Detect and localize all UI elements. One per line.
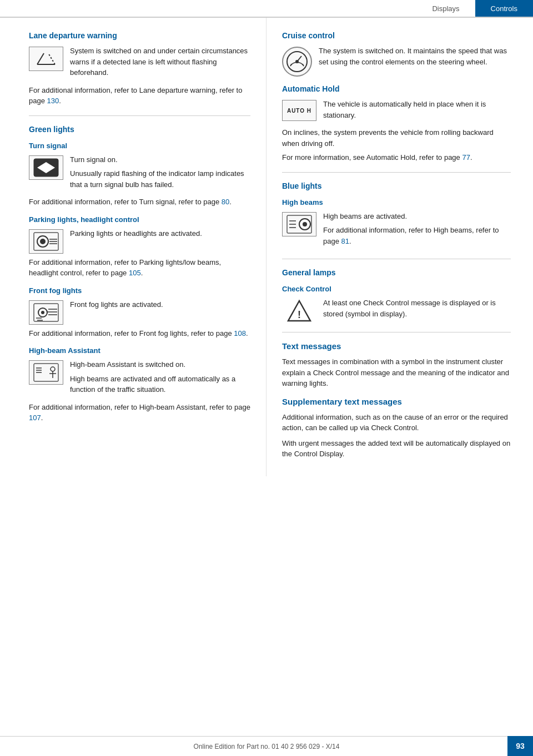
parking-lights-row: Parking lights or headlights are activat…	[29, 228, 250, 254]
high-beams-line1: High beams are activated.	[323, 211, 511, 222]
cruise-control-row: The system is switched on. It maintains …	[282, 46, 511, 77]
parking-lights-ref: For additional information, refer to Par…	[29, 257, 250, 279]
high-beam-assistant-row: High-beam Assistant is switched on. High…	[29, 359, 250, 399]
high-beam-assistant-link[interactable]: 107	[29, 414, 41, 422]
turn-signal-line2: Unusually rapid flashing of the indicato…	[70, 168, 250, 190]
text-messages-desc: Text messages in combination with a symb…	[282, 356, 511, 389]
high-beams-title: High beams	[282, 198, 511, 206]
front-fog-ref: For additional information, refer to Fro…	[29, 328, 250, 339]
high-beam-assistant-line2: High beams are activated and off automat…	[70, 374, 250, 395]
high-beams-icon	[282, 212, 316, 236]
svg-line-30	[290, 64, 291, 66]
check-control-icon: !	[282, 299, 316, 323]
supplementary-title: Supplementary text messages	[282, 397, 511, 406]
svg-point-37	[303, 222, 307, 226]
text-messages-title: Text messages	[282, 341, 511, 351]
check-control-row: ! At least one Check Control message is …	[282, 298, 511, 323]
right-column: Cruise control The system is s	[266, 18, 533, 476]
text-messages-section: Text messages Text messages in combinati…	[282, 341, 511, 389]
svg-point-8	[40, 239, 46, 244]
turn-signal-title: Turn signal	[29, 142, 250, 150]
high-beam-assistant-section: High-beam Assistant	[29, 346, 250, 424]
lane-departure-row: System is switched on and under certain …	[29, 46, 250, 82]
footer: Online Edition for Part no. 01 40 2 956 …	[0, 736, 533, 756]
turn-signal-section: Turn signal Turn signal on. Unusually ra…	[29, 142, 250, 208]
cruise-control-content: The system is switched on. It maintains …	[319, 46, 511, 70]
check-control-section: Check Control ! At least one Check Contr…	[282, 285, 511, 323]
lane-departure-content: System is switched on and under certain …	[70, 46, 250, 82]
turn-signal-row: Turn signal on. Unusually rapid flashing…	[29, 154, 250, 194]
green-lights-title: Green lights	[29, 125, 250, 134]
parking-lights-icon	[29, 229, 63, 254]
front-fog-section: Front fog lights	[29, 286, 250, 339]
tab-controls[interactable]: Controls	[475, 0, 533, 17]
turn-signal-link[interactable]: 80	[222, 198, 229, 206]
front-fog-row: Front fog lights are activated.	[29, 299, 250, 325]
high-beam-assistant-line1: High-beam Assistant is switched on.	[70, 359, 250, 370]
cruise-control-desc: The system is switched on. It maintains …	[319, 46, 511, 67]
main-content: Lane departure warning System is switche…	[0, 18, 533, 476]
automatic-hold-ref: For more information, see Automatic Hold…	[282, 152, 511, 163]
parking-lights-link[interactable]: 105	[129, 269, 141, 277]
high-beams-link[interactable]: 81	[341, 237, 349, 245]
automatic-hold-content: The vehicle is automatically held in pla…	[323, 99, 511, 124]
parking-lights-section: Parking lights, headlight control	[29, 215, 250, 279]
svg-point-29	[295, 60, 299, 63]
front-fog-icon	[29, 300, 63, 325]
turn-signal-icon	[29, 155, 63, 180]
front-fog-title: Front fog lights	[29, 286, 250, 295]
automatic-hold-link[interactable]: 77	[462, 153, 470, 162]
green-lights-section: Green lights Turn signal Turn signal on.	[29, 125, 250, 424]
lane-departure-link[interactable]: 130	[47, 97, 59, 105]
cruise-control-icon	[282, 47, 312, 77]
lane-departure-section: Lane departure warning System is switche…	[29, 31, 250, 107]
high-beam-assistant-ref: For additional information, refer to Hig…	[29, 402, 250, 424]
high-beam-assistant-content: High-beam Assistant is switched on. High…	[70, 359, 250, 399]
svg-line-1	[48, 53, 55, 64]
divider-right-1	[282, 172, 511, 173]
high-beams-section: High beams	[282, 198, 511, 250]
high-beams-ref: For additional information, refer to Hig…	[323, 225, 511, 246]
blue-lights-title: Blue lights	[282, 182, 511, 190]
high-beams-row: High beams are activated. For additional…	[282, 211, 511, 250]
automatic-hold-row: AUTO H The vehicle is automatically held…	[282, 99, 511, 124]
automatic-hold-line2: On inclines, the system prevents the veh…	[282, 127, 511, 149]
front-fog-link[interactable]: 108	[234, 329, 246, 337]
front-fog-line1: Front fog lights are activated.	[70, 299, 250, 310]
automatic-hold-icon: AUTO H	[282, 100, 316, 121]
supplementary-section: Supplementary text messages Additional i…	[282, 397, 511, 460]
check-control-title: Check Control	[282, 285, 511, 293]
tab-displays[interactable]: Displays	[416, 0, 475, 17]
svg-rect-12	[34, 304, 58, 321]
divider-1	[29, 115, 250, 116]
parking-lights-content: Parking lights or headlights are activat…	[70, 228, 250, 243]
page-header: Displays Controls	[0, 0, 533, 18]
page-number: 93	[507, 736, 533, 756]
svg-point-24	[51, 367, 55, 371]
svg-text:!: !	[298, 309, 301, 320]
general-lamps-title: General lamps	[282, 268, 511, 277]
lane-departure-desc: System is switched on and under certain …	[70, 46, 250, 78]
cruise-control-title: Cruise control	[282, 31, 511, 40]
supplementary-desc: Additional information, such as on the c…	[282, 412, 511, 434]
turn-signal-content: Turn signal on. Unusually rapid flashing…	[70, 154, 250, 194]
general-lamps-section: General lamps Check Control ! At least o…	[282, 268, 511, 323]
turn-signal-line1: Turn signal on.	[70, 154, 250, 165]
automatic-hold-title: Automatic Hold	[282, 84, 511, 93]
parking-lights-title: Parking lights, headlight control	[29, 215, 250, 224]
divider-right-3	[282, 332, 511, 332]
lane-departure-title: Lane departure warning	[29, 31, 250, 40]
high-beam-assistant-title: High-beam Assistant	[29, 346, 250, 355]
high-beam-assistant-icon	[29, 360, 63, 385]
cruise-control-section: Cruise control The system is s	[282, 31, 511, 77]
svg-line-31	[303, 64, 304, 66]
footer-text: Online Edition for Part no. 01 40 2 956 …	[194, 743, 340, 750]
parking-lights-line1: Parking lights or headlights are activat…	[70, 228, 250, 239]
header-tabs: Displays Controls	[416, 0, 533, 17]
lane-departure-icon	[29, 47, 63, 71]
lane-departure-ref: For additional information, refer to Lan…	[29, 85, 250, 107]
turn-signal-ref: For additional information, refer to Tur…	[29, 196, 250, 208]
divider-right-2	[282, 259, 511, 259]
check-control-desc: At least one Check Control message is di…	[323, 298, 511, 319]
automatic-hold-section: Automatic Hold AUTO H The vehicle is aut…	[282, 84, 511, 163]
